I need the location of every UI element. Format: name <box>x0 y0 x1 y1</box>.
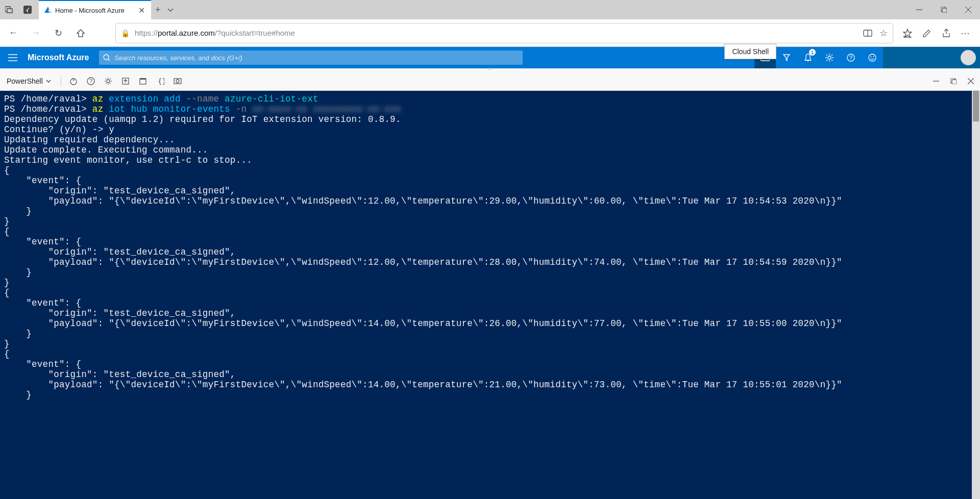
share-icon[interactable] <box>941 28 951 38</box>
close-window-button[interactable] <box>957 0 980 19</box>
svg-rect-31 <box>140 78 146 80</box>
reading-view-icon[interactable] <box>863 29 872 38</box>
browser-address-row: ← → ↻ 🔒 https://portal.azure.com/?quicks… <box>0 19 980 47</box>
svg-text:{}: {} <box>158 77 164 85</box>
task-view-icon[interactable] <box>2 3 16 17</box>
notes-icon[interactable] <box>922 28 932 38</box>
maximize-shell-button[interactable] <box>946 74 961 88</box>
scrollbar-thumb[interactable] <box>973 91 979 121</box>
shell-settings-button[interactable] <box>101 74 115 88</box>
azure-favicon-icon <box>44 6 52 14</box>
maximize-button[interactable] <box>932 0 955 19</box>
azure-brand[interactable]: Microsoft Azure <box>26 53 99 62</box>
terminal-scrollbar[interactable] <box>972 91 980 499</box>
svg-point-21 <box>869 54 876 61</box>
address-bar[interactable]: 🔒 https://portal.azure.com/?quickstart=t… <box>115 23 893 43</box>
url-text: https://portal.azure.com/?quickstart=tru… <box>135 29 295 37</box>
directory-filter-button[interactable] <box>776 47 797 68</box>
browser-tab[interactable]: Home - Microsoft Azure ✕ <box>39 0 151 19</box>
tab-title: Home - Microsoft Azure <box>55 7 134 14</box>
svg-rect-30 <box>140 79 146 84</box>
svg-rect-37 <box>952 80 957 84</box>
divider <box>61 76 61 86</box>
menu-button[interactable] <box>0 47 26 68</box>
browser-tab-bar: Home - Microsoft Azure ✕ + <box>0 0 980 19</box>
azure-search[interactable] <box>99 51 523 65</box>
svg-rect-5 <box>942 8 947 13</box>
restart-shell-button[interactable] <box>66 74 81 88</box>
home-button[interactable] <box>70 23 91 43</box>
svg-point-23 <box>873 56 874 57</box>
favorite-star-icon[interactable]: ☆ <box>879 28 888 39</box>
new-tab-button[interactable]: + <box>155 5 161 15</box>
refresh-button[interactable]: ↻ <box>48 23 68 43</box>
svg-line-16 <box>108 59 110 61</box>
chevron-down-icon <box>46 79 51 84</box>
feedback-button[interactable] <box>862 47 883 68</box>
settings-button[interactable] <box>819 47 840 68</box>
terminal[interactable]: PS /home/raval> az extension add --name … <box>0 91 980 499</box>
tab-overflow-button[interactable] <box>167 6 174 13</box>
forward-button[interactable]: → <box>26 23 46 43</box>
back-button[interactable]: ← <box>3 23 23 43</box>
svg-text:?: ? <box>89 78 92 84</box>
azure-header: Microsoft Azure 1 ? <box>0 47 980 68</box>
favorites-icon[interactable] <box>902 28 913 38</box>
close-icon[interactable]: ✕ <box>137 6 146 15</box>
svg-point-34 <box>176 80 179 83</box>
svg-rect-1 <box>7 9 12 13</box>
lock-icon: 🔒 <box>121 29 130 37</box>
svg-point-15 <box>104 55 109 60</box>
cloud-shell-toolbar: PowerShell ? {} <box>0 71 980 91</box>
svg-point-18 <box>828 56 831 59</box>
new-session-button[interactable] <box>136 74 150 88</box>
svg-point-22 <box>871 56 872 57</box>
shell-help-button[interactable]: ? <box>84 74 98 88</box>
svg-point-28 <box>107 80 110 83</box>
account-area[interactable] <box>883 47 980 68</box>
azure-search-input[interactable] <box>114 54 519 62</box>
shell-selector-label: PowerShell <box>7 77 43 85</box>
avatar <box>961 50 976 65</box>
editor-button[interactable]: {} <box>153 74 167 88</box>
more-icon[interactable]: ⋯ <box>961 28 970 39</box>
notifications-button[interactable]: 1 <box>797 47 819 68</box>
sync-icon[interactable] <box>20 3 35 17</box>
minimize-shell-button[interactable] <box>929 74 943 88</box>
minimize-button[interactable] <box>908 0 931 19</box>
notification-badge: 1 <box>809 49 816 56</box>
svg-text:?: ? <box>849 55 852 61</box>
close-shell-button[interactable] <box>964 74 978 88</box>
cloud-shell-tooltip: Cloud Shell <box>724 44 776 59</box>
upload-download-button[interactable] <box>118 74 133 88</box>
search-icon <box>103 54 110 61</box>
shell-selector[interactable]: PowerShell <box>2 75 56 87</box>
help-button[interactable]: ? <box>840 47 862 68</box>
web-preview-button[interactable] <box>170 74 185 88</box>
